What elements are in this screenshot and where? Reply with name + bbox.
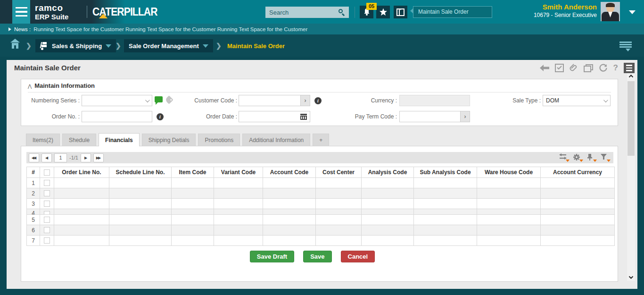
numbering-series-label: Numbering Series : xyxy=(21,97,80,104)
copy-window-icon[interactable] xyxy=(584,64,593,72)
pay-term-lookup-button[interactable]: › xyxy=(461,111,470,122)
numbering-series-select[interactable] xyxy=(82,95,152,106)
col-sub-analysis-code[interactable]: Sub Analysis Code xyxy=(414,167,477,178)
page-input[interactable] xyxy=(54,153,67,162)
search-input[interactable] xyxy=(269,9,339,16)
pay-term-input[interactable] xyxy=(399,111,461,122)
row-checkbox[interactable] xyxy=(44,180,50,186)
order-no-label: Order No. : xyxy=(21,113,80,120)
col-variant-code[interactable]: Variant Code xyxy=(214,167,263,178)
profile-caret-icon[interactable] xyxy=(629,10,636,14)
save-button[interactable]: Save xyxy=(303,251,331,262)
customer-code-label: Customer Code : xyxy=(156,97,237,104)
calendar-icon[interactable] xyxy=(300,113,307,120)
col-select-all xyxy=(40,167,54,178)
select-all-checkbox[interactable] xyxy=(44,169,50,176)
hamburger-menu-icon[interactable] xyxy=(12,0,30,24)
scroll-down-icon[interactable] xyxy=(627,274,635,281)
tab-shipping-detials[interactable]: Shipping Detials xyxy=(142,134,196,146)
table-row: 6 xyxy=(27,225,615,236)
collapse-icon[interactable]: ⋀ xyxy=(28,84,32,89)
chevron-icon: ❯ xyxy=(26,42,32,50)
tab-shedule[interactable]: Shedule xyxy=(62,134,96,146)
tab-promotions[interactable]: Promotions xyxy=(198,134,240,146)
scroll-up-icon[interactable] xyxy=(627,73,635,80)
card-menu-icon[interactable] xyxy=(624,63,635,73)
breadcrumb-sale-order-management[interactable]: Sale Order Management xyxy=(124,39,213,52)
col-cost-center[interactable]: Cost Center xyxy=(316,167,362,178)
row-checkbox[interactable] xyxy=(44,217,50,223)
col-account-currency[interactable]: Account Currency xyxy=(541,167,615,178)
col-ware-house-code[interactable]: Ware House Code xyxy=(477,167,541,178)
col-analysis-code[interactable]: Analysis Code xyxy=(362,167,414,178)
top-bar: ramco ERP Suite CATERPILLAR 05 Maintain … xyxy=(0,0,644,24)
table-row: 7 xyxy=(27,236,615,246)
tab-add[interactable]: + xyxy=(313,134,329,146)
back-icon[interactable] xyxy=(540,65,549,71)
chevron-down-icon xyxy=(145,98,150,102)
section-header[interactable]: ⋀Maintain Information xyxy=(28,82,95,89)
tab-additional-information[interactable]: Additional Information xyxy=(242,134,310,146)
caterpillar-triangle xyxy=(99,14,107,18)
page-toolbar: ? xyxy=(540,63,635,73)
action-buttons: Save Draft Save Cancel xyxy=(14,251,611,262)
last-page-button[interactable]: ▶▶ xyxy=(93,153,104,162)
order-no-input[interactable] xyxy=(82,111,152,122)
col-order-line-no[interactable]: Order Line No. xyxy=(54,167,109,178)
row-checkbox[interactable] xyxy=(44,190,50,196)
row-checkbox[interactable] xyxy=(44,227,50,233)
row-checkbox[interactable] xyxy=(44,201,50,207)
grid-panel: ◀◀ ◀ -1/1 ▶ ▶▶ xyxy=(21,146,618,282)
cancel-button[interactable]: Cancel xyxy=(341,251,375,262)
select-all-icon[interactable] xyxy=(555,64,564,72)
user-info[interactable]: Smith Anderson 10679 - Senior Executive xyxy=(534,3,597,19)
col-schedule-line-no[interactable]: Schedule Line No. xyxy=(109,167,172,178)
search-box[interactable] xyxy=(265,7,349,18)
caterpillar-logo: CATERPILLAR xyxy=(92,6,157,18)
sale-type-select[interactable]: DOM xyxy=(543,95,611,106)
search-icon[interactable] xyxy=(339,9,345,16)
customer-code-lookup-button[interactable]: › xyxy=(301,95,310,106)
row-checkbox[interactable] xyxy=(44,237,50,244)
tab-items[interactable]: Items(2) xyxy=(26,134,60,146)
card-scrollbar[interactable] xyxy=(627,73,635,281)
window-icon xyxy=(396,8,405,16)
grid-settings-icon[interactable] xyxy=(573,153,583,162)
order-date-input[interactable] xyxy=(239,111,310,122)
next-page-button[interactable]: ▶ xyxy=(81,153,91,162)
first-page-button[interactable]: ◀◀ xyxy=(29,153,39,162)
star-icon xyxy=(379,8,388,16)
home-icon[interactable] xyxy=(10,42,19,50)
pointer xyxy=(410,8,413,14)
quick-nav-box[interactable]: Maintain Sale Order xyxy=(413,6,492,18)
window-button[interactable] xyxy=(394,6,407,18)
news-ticker: News : Running Text Space for the Custom… xyxy=(0,24,644,34)
pin-icon[interactable] xyxy=(586,153,597,162)
table-row: 4 xyxy=(27,209,615,215)
avatar[interactable] xyxy=(601,2,620,21)
customer-code-input[interactable] xyxy=(239,95,301,106)
breadcrumb-current: Maintain Sale Order xyxy=(227,42,285,50)
grid-toolbar: ◀◀ ◀ -1/1 ▶ ▶▶ xyxy=(26,152,613,163)
filter-icon[interactable] xyxy=(600,153,611,162)
table-row: 2 xyxy=(27,188,615,199)
chevron-icon: ❯ xyxy=(216,42,222,50)
col-item-code[interactable]: Item Code xyxy=(172,167,214,178)
attachment-icon[interactable] xyxy=(570,64,578,72)
notification-badge: 05 xyxy=(366,3,377,10)
prev-page-button[interactable]: ◀ xyxy=(41,153,52,162)
maintain-information-panel: ⋀Maintain Information Numbering Series :… xyxy=(21,79,618,126)
news-label: News : xyxy=(14,26,31,32)
col-account-code[interactable]: Account Code xyxy=(263,167,316,178)
scrollbar-thumb[interactable] xyxy=(627,81,635,156)
refresh-icon[interactable] xyxy=(599,64,608,72)
save-draft-button[interactable]: Save Draft xyxy=(250,251,294,262)
list-menu-icon[interactable] xyxy=(619,42,632,50)
tab-financials[interactable]: Financials xyxy=(99,133,140,146)
help-icon[interactable]: ? xyxy=(613,63,618,73)
swap-columns-icon[interactable] xyxy=(559,153,570,162)
favorites-button[interactable] xyxy=(376,6,390,18)
row-checkbox[interactable] xyxy=(44,211,50,214)
breadcrumb-sales-shipping[interactable]: Sales & Shipping xyxy=(35,39,116,52)
info-icon[interactable]: i xyxy=(314,97,322,104)
